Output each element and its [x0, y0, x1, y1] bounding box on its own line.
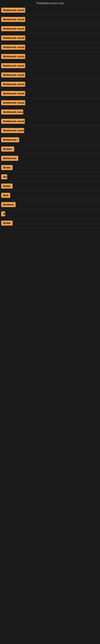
- result-row-6: Bottleneck result: [0, 52, 100, 61]
- bottleneck-badge-8[interactable]: Bottleneck result: [1, 72, 25, 78]
- result-row-7: Bottleneck result: [0, 61, 100, 70]
- bottleneck-badge-5[interactable]: Bottleneck result: [1, 45, 25, 50]
- bottleneck-badge-9[interactable]: Bottleneck result: [1, 82, 25, 87]
- bottleneck-badge-7[interactable]: Bottleneck result: [1, 63, 25, 68]
- bottleneck-badge-3[interactable]: Bottleneck result: [1, 26, 25, 31]
- bottleneck-badge-23[interactable]: B: [1, 211, 5, 216]
- bottleneck-badge-18[interactable]: Bottle: [1, 165, 13, 170]
- result-row-1: Bottleneck result: [0, 6, 100, 15]
- result-row-12: Bottleneck resu: [0, 108, 100, 117]
- bottleneck-badge-20[interactable]: Bottle: [1, 184, 13, 188]
- result-row-24: Bottle: [0, 218, 100, 228]
- bottleneck-badge-15[interactable]: Bottleneck r: [1, 137, 19, 142]
- result-row-19: Bo: [0, 172, 100, 182]
- result-row-20: Bottle: [0, 182, 100, 191]
- result-row-11: Bottleneck result: [0, 98, 100, 108]
- bottleneck-badge-11[interactable]: Bottleneck result: [1, 100, 25, 105]
- result-row-4: Bottleneck result: [0, 34, 100, 43]
- bottleneck-badge-21[interactable]: Bott: [1, 193, 10, 198]
- bottleneck-badge-19[interactable]: Bo: [1, 174, 7, 179]
- bottleneck-badge-6[interactable]: Bottleneck result: [1, 54, 25, 59]
- bottleneck-badge-4[interactable]: Bottleneck result: [1, 36, 25, 40]
- bottleneck-badge-16[interactable]: Bottlen: [1, 146, 14, 152]
- result-row-3: Bottleneck result: [0, 24, 100, 34]
- bottleneck-badge-2[interactable]: Bottleneck result: [1, 17, 25, 22]
- bottleneck-badge-14[interactable]: Bottleneck result: [1, 128, 24, 133]
- bottleneck-badge-13[interactable]: Bottleneck result: [1, 119, 25, 124]
- result-row-21: Bott: [0, 191, 100, 200]
- result-row-13: Bottleneck result: [0, 117, 100, 126]
- bottleneck-badge-24[interactable]: Bottle: [1, 220, 13, 226]
- result-row-14: Bottleneck result: [0, 126, 100, 135]
- results-container: Bottleneck resultBottleneck resultBottle…: [0, 6, 100, 228]
- bottleneck-badge-22[interactable]: Bottlene: [1, 202, 16, 207]
- result-row-17: Bottleneck: [0, 154, 100, 163]
- result-row-23: B: [0, 209, 100, 218]
- result-row-18: Bottle: [0, 163, 100, 172]
- bottleneck-badge-10[interactable]: Bottleneck result: [1, 91, 25, 96]
- result-row-22: Bottlene: [0, 200, 100, 209]
- result-row-5: Bottleneck result: [0, 43, 100, 52]
- result-row-2: Bottleneck result: [0, 15, 100, 24]
- bottleneck-badge-12[interactable]: Bottleneck resu: [1, 110, 23, 114]
- bottleneck-badge-17[interactable]: Bottleneck: [1, 156, 18, 161]
- page-container: TheBottlenecker.com Bottleneck resultBot…: [0, 0, 100, 228]
- result-row-16: Bottlen: [0, 144, 100, 154]
- result-row-10: Bottleneck result: [0, 89, 100, 98]
- result-row-9: Bottleneck result: [0, 80, 100, 89]
- bottleneck-badge-1[interactable]: Bottleneck result: [1, 8, 25, 13]
- site-title: TheBottlenecker.com: [0, 0, 100, 6]
- result-row-8: Bottleneck result: [0, 70, 100, 80]
- result-row-15: Bottleneck r: [0, 135, 100, 144]
